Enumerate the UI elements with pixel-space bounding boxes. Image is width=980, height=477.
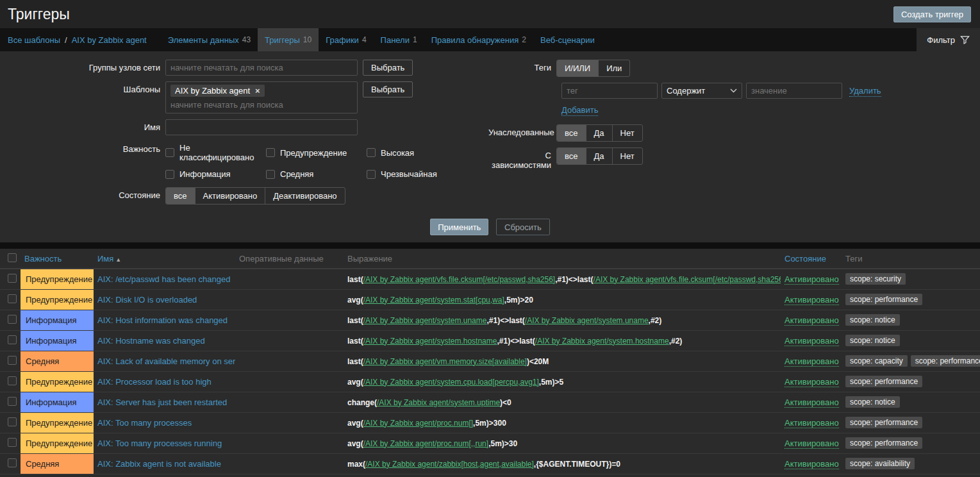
dependencies-option[interactable]: Нет xyxy=(613,148,642,164)
severity-checkbox[interactable] xyxy=(266,170,275,179)
severity-checkbox[interactable] xyxy=(367,170,376,179)
status-link[interactable]: Активировано xyxy=(785,418,839,428)
severity-checkbox[interactable] xyxy=(165,148,174,157)
column-header-Важность[interactable]: Важность xyxy=(21,249,94,269)
inherited-option[interactable]: Да xyxy=(586,125,613,141)
trigger-name-link[interactable]: AIX: Hostname was changed xyxy=(97,336,205,346)
create-trigger-button[interactable]: Создать триггер xyxy=(893,6,971,22)
tab-Графики[interactable]: Графики4 xyxy=(319,28,373,51)
tag-match-select[interactable]: Содержит xyxy=(661,83,742,99)
status-link[interactable]: Активировано xyxy=(785,356,839,367)
breadcrumb-link[interactable]: AIX by Zabbix agent xyxy=(72,35,147,45)
row-checkbox[interactable] xyxy=(8,335,17,344)
status-link[interactable]: Активировано xyxy=(785,439,839,449)
row-checkbox[interactable] xyxy=(8,458,17,467)
breadcrumb-link[interactable]: Все шаблоны xyxy=(8,35,60,45)
expression-item-link[interactable]: /AIX by Zabbix agent/system.stat[cpu,wa] xyxy=(363,296,504,305)
tag-chip[interactable]: scope: capacity xyxy=(845,355,908,367)
expression-item-link[interactable]: /AIX by Zabbix agent/proc.num[] xyxy=(363,419,473,428)
tag-chip[interactable]: scope: availability xyxy=(845,458,915,469)
row-checkbox[interactable] xyxy=(8,356,17,365)
row-checkbox[interactable] xyxy=(8,376,17,385)
expression-item-link[interactable]: /AIX by Zabbix agent/system.uptime xyxy=(377,398,500,407)
remove-chip-icon[interactable]: × xyxy=(255,86,260,96)
state-option[interactable]: Деактивировано xyxy=(265,188,344,204)
templates-select-button[interactable]: Выбрать xyxy=(363,81,413,97)
status-link[interactable]: Активировано xyxy=(785,315,839,326)
tag-chip[interactable]: scope: notice xyxy=(845,335,900,346)
status-link[interactable]: Активировано xyxy=(785,398,839,408)
row-checkbox[interactable] xyxy=(8,417,17,426)
status-link[interactable]: Активировано xyxy=(785,295,839,305)
trigger-name-link[interactable]: AIX: Too many processes running xyxy=(97,439,222,448)
inherited-option[interactable]: все xyxy=(557,125,586,141)
trigger-name-link[interactable]: AIX: /etc/passwd has been changed xyxy=(97,274,230,284)
trigger-name-link[interactable]: AIX: Zabbix agent is not available xyxy=(97,459,221,469)
status-link[interactable]: Активировано xyxy=(785,336,839,346)
trigger-name-link[interactable]: AIX: Host information was changed xyxy=(97,315,228,325)
tag-chip[interactable]: scope: performance xyxy=(845,294,922,305)
column-header-Имя[interactable]: Имя▲ xyxy=(94,249,235,269)
filter-tab[interactable]: Фильтр xyxy=(917,28,980,51)
expression-item-link[interactable]: /AIX by Zabbix agent/system.uname xyxy=(525,316,649,325)
tag-name-input[interactable] xyxy=(561,83,658,99)
tab-Элементы данных[interactable]: Элементы данных43 xyxy=(161,28,258,51)
tab-Веб-сценарии[interactable]: Веб-сценарии xyxy=(533,28,602,51)
expression-item-link[interactable]: /AIX by Zabbix agent/vfs.file.cksum[/etc… xyxy=(594,275,781,284)
tag-chip[interactable]: scope: security xyxy=(845,273,906,285)
dependencies-option[interactable]: все xyxy=(557,148,586,164)
host-groups-select-button[interactable]: Выбрать xyxy=(363,60,413,76)
tag-remove-link[interactable]: Удалить xyxy=(849,85,881,97)
column-header-Состояние[interactable]: Состояние xyxy=(781,249,842,269)
apply-button[interactable]: Применить xyxy=(430,219,488,235)
severity-checkbox[interactable] xyxy=(266,148,275,157)
row-checkbox[interactable] xyxy=(8,294,17,303)
expression-item-link[interactable]: /AIX by Zabbix agent/proc.num[,,run] xyxy=(363,439,488,448)
trigger-name-link[interactable]: AIX: Too many processes xyxy=(97,418,192,428)
tag-chip[interactable]: scope: performance xyxy=(845,376,922,387)
trigger-name-link[interactable]: AIX: Disk I/O is overloaded xyxy=(97,295,197,305)
row-checkbox[interactable] xyxy=(8,397,17,406)
reset-button[interactable]: Сбросить xyxy=(496,219,550,235)
expression-item-link[interactable]: /AIX by Zabbix agent/system.hostname xyxy=(363,337,497,346)
row-checkbox[interactable] xyxy=(8,274,17,283)
state-option[interactable]: Активировано xyxy=(195,188,266,204)
tab-Правила обнаружения[interactable]: Правила обнаружения2 xyxy=(424,28,533,51)
host-groups-input[interactable] xyxy=(165,60,358,76)
expression-item-link[interactable]: /AIX by Zabbix agent/vfs.file.cksum[/etc… xyxy=(363,275,555,284)
trigger-name-link[interactable]: AIX: Lack of available memory on server xyxy=(97,356,235,366)
tag-chip[interactable]: scope: notice xyxy=(845,396,900,408)
name-filter-input[interactable] xyxy=(165,119,358,135)
trigger-name-link[interactable]: AIX: Server has just been restarted xyxy=(97,398,227,407)
templates-multiselect[interactable]: AIX by Zabbix agent × начните печатать д… xyxy=(165,81,358,113)
state-label: Состояние xyxy=(0,187,165,200)
tag-chip[interactable]: scope: notice xyxy=(845,314,900,326)
row-checkbox[interactable] xyxy=(8,438,17,447)
tag-chip[interactable]: scope: performance xyxy=(911,355,980,367)
tab-Триггеры[interactable]: Триггеры10 xyxy=(258,28,319,51)
status-link[interactable]: Активировано xyxy=(785,274,839,285)
tags-operator-option[interactable]: И/ИЛИ xyxy=(557,60,599,76)
state-option[interactable]: все xyxy=(166,188,195,204)
tag-chip[interactable]: scope: performance xyxy=(845,437,922,449)
tab-Панели[interactable]: Панели1 xyxy=(374,28,424,51)
expression-item-link[interactable]: /AIX by Zabbix agent/system.hostname xyxy=(535,337,669,346)
severity-checkbox[interactable] xyxy=(367,148,376,157)
expression-item-link[interactable]: /AIX by Zabbix agent/vm.memory.size[avai… xyxy=(363,357,527,366)
expression-item-link[interactable]: /AIX by Zabbix agent/zabbix[host,agent,a… xyxy=(365,460,534,469)
severity-checkbox[interactable] xyxy=(165,170,174,179)
tags-operator-option[interactable]: Или xyxy=(599,60,629,76)
expression-item-link[interactable]: /AIX by Zabbix agent/system.uname xyxy=(363,316,487,325)
trigger-name-link[interactable]: AIX: Processor load is too high xyxy=(97,377,212,387)
tag-chip[interactable]: scope: performance xyxy=(845,417,922,428)
tag-add-link[interactable]: Добавить xyxy=(561,105,598,116)
row-checkbox-cell xyxy=(0,412,21,433)
expression-item-link[interactable]: /AIX by Zabbix agent/system.cpu.load[per… xyxy=(363,378,539,387)
dependencies-option[interactable]: Да xyxy=(586,148,613,164)
tag-value-input[interactable] xyxy=(746,83,842,99)
select-all-checkbox[interactable] xyxy=(8,253,17,262)
inherited-option[interactable]: Нет xyxy=(613,125,642,141)
row-checkbox[interactable] xyxy=(8,315,17,324)
status-link[interactable]: Активировано xyxy=(785,459,839,469)
status-link[interactable]: Активировано xyxy=(785,377,839,387)
